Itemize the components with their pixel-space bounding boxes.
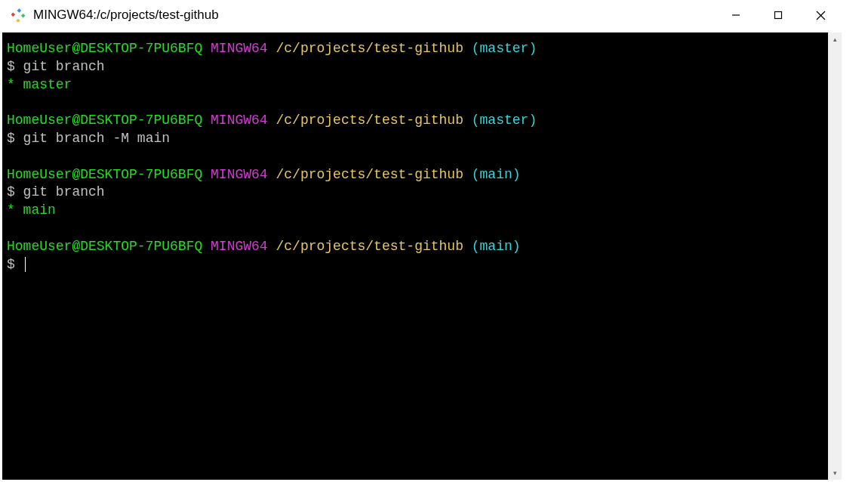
prompt-line: HomeUser@DESKTOP-7PU6BFQ MINGW64 /c/proj… [7,166,839,184]
scroll-up-icon[interactable]: ▴ [828,32,842,46]
svg-line-6 [817,11,825,20]
svg-rect-2 [21,14,25,18]
prompt-branch: (master) [472,113,537,128]
output-line: * master [7,76,839,94]
prompt-path: /c/projects/test-github [276,41,463,56]
command-line: $ git branch [7,184,839,202]
prompt-userhost: HomeUser@DESKTOP-7PU6BFQ [7,167,202,182]
prompt-path: /c/projects/test-github [276,113,463,128]
svg-rect-0 [17,8,22,13]
prompt-mingw: MINGW64 [211,113,268,128]
prompt-branch: (master) [472,41,537,56]
svg-line-7 [817,11,825,20]
prompt-userhost: HomeUser@DESKTOP-7PU6BFQ [7,41,202,56]
prompt-path: /c/projects/test-github [276,167,463,182]
command-text: git branch [23,184,105,199]
prompt-dollar: $ [7,131,23,146]
prompt-dollar: $ [7,59,23,74]
prompt-line: HomeUser@DESKTOP-7PU6BFQ MINGW64 /c/proj… [7,40,839,58]
window-controls [715,0,842,30]
command-text: git branch [23,59,105,74]
terminal-viewport[interactable]: HomeUser@DESKTOP-7PU6BFQ MINGW64 /c/proj… [2,32,839,480]
scrollbar[interactable]: ▴ ▾ [828,32,842,480]
scroll-down-icon[interactable]: ▾ [828,466,842,480]
output-text: * master [7,77,72,92]
command-line: $ git branch -M main [7,130,839,148]
terminal-wrap: HomeUser@DESKTOP-7PU6BFQ MINGW64 /c/proj… [0,30,842,482]
svg-rect-1 [11,12,15,17]
prompt-line: HomeUser@DESKTOP-7PU6BFQ MINGW64 /c/proj… [7,238,839,256]
output-line: * main [7,202,839,220]
prompt-userhost: HomeUser@DESKTOP-7PU6BFQ [7,239,202,254]
prompt-dollar: $ [7,257,23,272]
prompt-branch: (main) [472,167,521,182]
prompt-dollar: $ [7,184,23,199]
command-text: git branch -M main [23,131,170,146]
terminal-window: MINGW64:/c/projects/test-github HomeUser… [0,0,842,482]
cursor-icon [25,257,26,272]
minimize-button[interactable] [715,0,757,30]
prompt-mingw: MINGW64 [211,167,268,182]
app-icon [11,8,26,23]
close-button[interactable] [799,0,842,30]
prompt-mingw: MINGW64 [211,239,268,254]
command-line: $ git branch [7,58,839,76]
output-text: * main [7,202,56,218]
svg-rect-5 [775,12,782,19]
prompt-mingw: MINGW64 [211,41,268,56]
prompt-branch: (main) [472,239,521,254]
command-line: $ [7,256,839,274]
window-title: MINGW64:/c/projects/test-github [33,8,715,23]
maximize-button[interactable] [757,0,799,30]
titlebar[interactable]: MINGW64:/c/projects/test-github [0,0,842,30]
prompt-userhost: HomeUser@DESKTOP-7PU6BFQ [7,113,202,128]
svg-rect-3 [16,19,20,22]
prompt-line: HomeUser@DESKTOP-7PU6BFQ MINGW64 /c/proj… [7,112,839,130]
prompt-path: /c/projects/test-github [276,239,463,254]
